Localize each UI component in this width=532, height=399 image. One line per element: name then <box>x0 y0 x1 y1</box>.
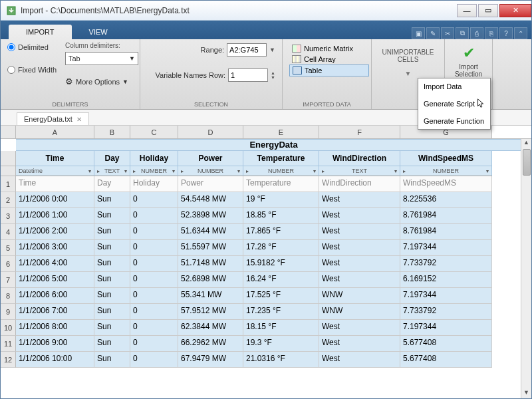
data-cell[interactable]: 0 <box>130 336 178 352</box>
data-cell[interactable]: Sun <box>94 320 130 336</box>
data-cell[interactable]: 0 <box>130 272 178 288</box>
data-cell[interactable]: WindSpeedMS <box>400 176 492 192</box>
var-name[interactable]: Time <box>16 151 94 166</box>
data-cell[interactable]: 17.235 °F <box>243 304 319 320</box>
data-cell[interactable]: 8.225536 <box>400 192 492 208</box>
data-cell[interactable]: 1/1/2006 3:00 <box>16 240 94 256</box>
qat-icon-5[interactable]: ⎙ <box>470 27 483 39</box>
data-cell[interactable]: 67.9479 MW <box>178 352 243 368</box>
data-cell[interactable]: 54.5448 MW <box>178 192 243 208</box>
radio-fixed-width[interactable] <box>7 66 15 74</box>
data-cell[interactable]: Sun <box>94 208 130 224</box>
maximize-button[interactable]: ▭ <box>478 4 498 17</box>
data-cell[interactable]: West <box>319 336 400 352</box>
scroll-down-icon[interactable]: ▼ <box>521 389 531 398</box>
data-cell[interactable]: 5.677408 <box>400 336 492 352</box>
col-letter[interactable]: C <box>130 126 178 138</box>
data-cell[interactable]: West <box>319 320 400 336</box>
qat-help-icon[interactable]: ? <box>499 27 513 39</box>
data-cell[interactable]: 1/1/2006 0:00 <box>16 192 94 208</box>
var-type-dropdown[interactable]: ▸NUMBER▾ <box>130 166 178 176</box>
data-cell[interactable]: 1/1/2006 9:00 <box>16 336 94 352</box>
data-cell[interactable]: 0 <box>130 192 178 208</box>
data-cell[interactable]: 52.3898 MW <box>178 208 243 224</box>
var-type-dropdown[interactable]: ▸TEXT▾ <box>319 166 400 176</box>
data-cell[interactable]: 66.2962 MW <box>178 336 243 352</box>
row-number[interactable]: 9 <box>1 304 16 320</box>
data-cell[interactable]: 0 <box>130 224 178 240</box>
data-cell[interactable]: 0 <box>130 208 178 224</box>
var-name[interactable]: Holiday <box>130 151 178 166</box>
data-cell[interactable]: West <box>319 192 400 208</box>
radio-delimited[interactable] <box>7 43 15 51</box>
col-letter[interactable]: D <box>178 126 243 138</box>
data-cell[interactable]: 7.733792 <box>400 256 492 272</box>
data-cell[interactable]: 52.6898 MW <box>178 272 243 288</box>
data-cell[interactable]: 1/1/2006 6:00 <box>16 288 94 304</box>
data-cell[interactable]: 62.3844 MW <box>178 320 243 336</box>
data-cell[interactable]: 1/1/2006 10:00 <box>16 352 94 368</box>
data-cell[interactable]: 1/1/2006 5:00 <box>16 272 94 288</box>
var-type-dropdown[interactable]: ▸NUMBER▾ <box>243 166 319 176</box>
scroll-thumb[interactable] <box>523 149 531 176</box>
data-cell[interactable]: 16.24 °F <box>243 272 319 288</box>
data-cell[interactable]: Sun <box>94 192 130 208</box>
range-input[interactable] <box>227 43 267 57</box>
data-cell[interactable]: 15.9182 °F <box>243 256 319 272</box>
var-type-dropdown[interactable]: ▸NUMBER▾ <box>178 166 243 176</box>
var-name[interactable]: WindDirection <box>319 151 400 166</box>
qat-icon-1[interactable]: ▣ <box>412 27 425 39</box>
data-cell[interactable]: 1/1/2006 7:00 <box>16 304 94 320</box>
qat-icon-3[interactable]: ✂ <box>441 27 454 39</box>
file-tab[interactable]: EnergyData.txt ✕ <box>17 112 89 125</box>
data-cell[interactable]: Power <box>178 176 243 192</box>
data-cell[interactable]: WindDirection <box>319 176 400 192</box>
row-number[interactable]: 2 <box>1 192 16 208</box>
data-cell[interactable]: 7.197344 <box>400 240 492 256</box>
data-cell[interactable]: Sun <box>94 272 130 288</box>
data-cell[interactable]: 0 <box>130 320 178 336</box>
data-cell[interactable]: 1/1/2006 1:00 <box>16 208 94 224</box>
close-icon[interactable]: ✕ <box>76 116 82 123</box>
varrow-input[interactable] <box>228 68 268 82</box>
row-number[interactable]: 11 <box>1 336 16 352</box>
row-number[interactable]: 6 <box>1 256 16 272</box>
tab-import[interactable]: IMPORT <box>9 25 72 39</box>
data-cell[interactable]: Sun <box>94 304 130 320</box>
data-cell[interactable]: Temperature <box>243 176 319 192</box>
data-cell[interactable]: 7.197344 <box>400 288 492 304</box>
col-letter[interactable]: A <box>16 126 94 138</box>
col-delim-dropdown[interactable]: Tab ▼ <box>65 52 138 65</box>
var-name[interactable]: Day <box>94 151 130 166</box>
data-cell[interactable]: Sun <box>94 288 130 304</box>
row-number[interactable]: 10 <box>1 320 16 336</box>
spinner-down-icon[interactable]: ▼ <box>271 75 275 80</box>
data-cell[interactable]: 18.15 °F <box>243 320 319 336</box>
data-cell[interactable]: 17.865 °F <box>243 224 319 240</box>
data-cell[interactable]: West <box>319 272 400 288</box>
data-cell[interactable]: West <box>319 208 400 224</box>
row-number[interactable]: 3 <box>1 208 16 224</box>
row-number[interactable]: 5 <box>1 240 16 256</box>
vertical-scrollbar[interactable]: ▲ ▼ <box>521 139 531 398</box>
data-cell[interactable]: Sun <box>94 256 130 272</box>
data-cell[interactable]: Holiday <box>130 176 178 192</box>
data-cell[interactable]: Sun <box>94 352 130 368</box>
menu-generate-function[interactable]: Generate Function <box>418 113 490 129</box>
var-name[interactable]: Temperature <box>243 151 319 166</box>
data-cell[interactable]: West <box>319 240 400 256</box>
data-cell[interactable]: 0 <box>130 240 178 256</box>
col-letter[interactable]: E <box>243 126 319 138</box>
data-cell[interactable]: 1/1/2006 4:00 <box>16 256 94 272</box>
data-cell[interactable]: 51.7148 MW <box>178 256 243 272</box>
data-cell[interactable]: 18.85 °F <box>243 208 319 224</box>
col-letter[interactable]: B <box>94 126 130 138</box>
data-cell[interactable]: 21.0316 °F <box>243 352 319 368</box>
row-number[interactable]: 7 <box>1 272 16 288</box>
data-cell[interactable]: 0 <box>130 352 178 368</box>
data-cell[interactable]: 19 °F <box>243 192 319 208</box>
qat-icon-2[interactable]: ✎ <box>426 27 440 39</box>
menu-generate-script[interactable]: Generate Script <box>418 94 490 113</box>
chevron-down-icon[interactable]: ▼ <box>269 47 275 53</box>
row-number[interactable]: 4 <box>1 224 16 240</box>
